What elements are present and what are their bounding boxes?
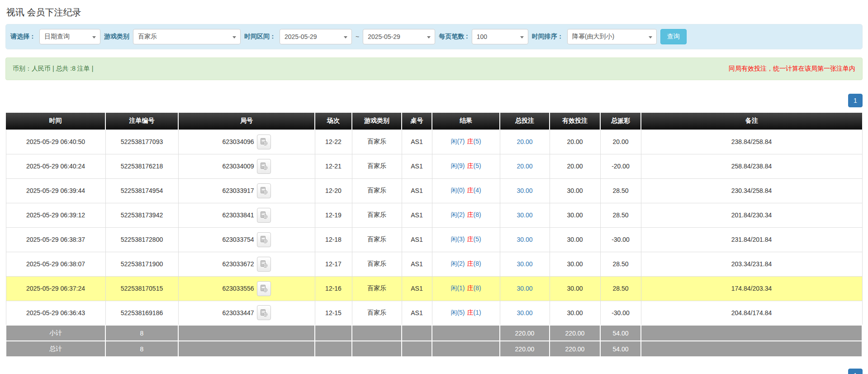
subtotal-total-bet: 220.00	[500, 325, 550, 341]
total-bet-link[interactable]: 30.00	[517, 285, 532, 292]
page-size-value: 100	[477, 33, 487, 40]
cell-table-no: AS1	[402, 301, 432, 325]
cell-time: 2025-05-29 06:37:24	[6, 276, 105, 301]
cell-game-category: 百家乐	[352, 154, 402, 178]
cell-game-category: 百家乐	[352, 227, 402, 252]
cell-time: 2025-05-29 06:40:50	[6, 129, 105, 154]
result-banker: 庄	[467, 187, 474, 194]
video-record-icon	[260, 284, 268, 292]
cell-result: 闲(5)庄(1)	[432, 301, 500, 325]
video-record-button[interactable]	[257, 159, 271, 174]
video-record-button[interactable]	[257, 232, 271, 247]
cell-result: 闲(7)庄(5)	[432, 129, 500, 154]
result-player: 闲(2)	[451, 260, 465, 267]
cell-result: 闲(3)庄(5)	[432, 227, 500, 252]
date-to-value: 2025-05-29	[368, 33, 400, 40]
date-to-select[interactable]: 2025-05-29	[363, 29, 435, 44]
video-record-button[interactable]	[257, 208, 271, 223]
round-id-value: 623033841	[222, 211, 254, 219]
date-range-tilde: ~	[356, 33, 359, 40]
table-row: 2025-05-29 06:37:24 522538170515 6230335…	[6, 276, 862, 301]
total-bet-link[interactable]: 20.00	[517, 138, 532, 145]
cell-remark: 174.84/203.34	[641, 276, 862, 301]
video-record-button[interactable]	[257, 134, 271, 149]
cell-time: 2025-05-29 06:40:24	[6, 154, 105, 178]
video-record-icon	[260, 187, 268, 195]
total-bet-link[interactable]: 30.00	[517, 309, 532, 316]
video-record-button[interactable]	[257, 281, 271, 296]
cell-bet-id: 522538169186	[105, 301, 178, 325]
grand-total-label: 总计	[6, 341, 105, 357]
video-record-button[interactable]	[257, 305, 271, 320]
result-banker-num: (5)	[474, 235, 481, 243]
game-category-select[interactable]: 百家乐	[133, 29, 241, 44]
cell-total-bet: 30.00	[500, 301, 550, 325]
cell-session: 12-17	[315, 252, 352, 276]
grand-total-payout: 54.00	[600, 341, 641, 357]
time-sort-select[interactable]: 降幂(由大到小)	[567, 29, 657, 44]
cell-table-no: AS1	[402, 203, 432, 227]
result-player: 闲(9)	[451, 162, 465, 169]
cell-payout: 20.00	[600, 129, 641, 154]
page-1-button[interactable]: 1	[848, 94, 863, 107]
result-banker: 庄	[467, 211, 474, 218]
cell-game-category: 百家乐	[352, 252, 402, 276]
grand-total-row: 总计 8 220.00 220.00 54.00	[6, 341, 862, 357]
cell-table-no: AS1	[402, 276, 432, 301]
header-remark: 备注	[641, 113, 862, 129]
page-title: 视讯 会员下注纪录	[5, 0, 863, 24]
video-record-button[interactable]	[257, 183, 271, 198]
time-sort-label: 时间排序：	[532, 33, 564, 41]
total-bet-link[interactable]: 30.00	[517, 236, 532, 243]
cell-valid-bet: 30.00	[550, 252, 600, 276]
total-bet-link[interactable]: 30.00	[517, 260, 532, 268]
cell-round-id: 623033447	[178, 301, 315, 325]
cell-session: 12-20	[315, 178, 352, 203]
result-banker: 庄	[467, 260, 474, 267]
result-banker-num: (8)	[474, 260, 481, 267]
cell-bet-id: 522538171900	[105, 252, 178, 276]
table-header: 时间 注单编号 局号 场次 游戏类别 桌号 结果 总投注 有效投注 总派彩 备注	[6, 113, 862, 129]
cell-bet-id: 522538170515	[105, 276, 178, 301]
page-size-select[interactable]: 100	[472, 29, 528, 44]
cell-table-no: AS1	[402, 178, 432, 203]
cell-session: 12-16	[315, 276, 352, 301]
cell-total-bet: 30.00	[500, 178, 550, 203]
page-1-button-bottom[interactable]: 1	[848, 369, 863, 374]
table-body: 2025-05-29 06:40:50 522538177093 6230340…	[6, 129, 862, 325]
cell-game-category: 百家乐	[352, 276, 402, 301]
chevron-down-icon	[649, 36, 652, 38]
result-player: 闲(5)	[451, 309, 465, 316]
total-bet-link[interactable]: 20.00	[517, 163, 532, 170]
result-banker-num: (1)	[474, 309, 481, 316]
table-row: 2025-05-29 06:39:44 522538174954 6230339…	[6, 178, 862, 203]
total-bet-link[interactable]: 30.00	[517, 187, 532, 194]
cell-valid-bet: 20.00	[550, 154, 600, 178]
filter-bar: 请选择： 日期查询 游戏类别 百家乐 时间区间： 2025-05-29 ~ 20…	[6, 24, 862, 49]
cell-remark: 230.34/258.84	[641, 178, 862, 203]
header-time: 时间	[6, 113, 105, 129]
subtotal-valid-bet: 220.00	[550, 325, 600, 341]
pagination-top: 1	[5, 94, 863, 107]
header-bet-id: 注单编号	[105, 113, 178, 129]
query-type-label: 请选择：	[10, 33, 36, 41]
cell-bet-id: 522538172800	[105, 227, 178, 252]
video-record-icon	[260, 138, 268, 146]
total-bet-link[interactable]: 30.00	[517, 211, 532, 219]
search-button[interactable]: 查询	[660, 29, 687, 44]
result-player: 闲(2)	[451, 211, 465, 218]
cell-session: 12-22	[315, 129, 352, 154]
cell-game-category: 百家乐	[352, 301, 402, 325]
video-record-button[interactable]	[257, 257, 271, 272]
cell-remark: 238.84/258.84	[641, 129, 862, 154]
date-from-select[interactable]: 2025-05-29	[280, 29, 352, 44]
video-record-icon	[260, 211, 268, 219]
summary-alert-bar: 币别：人民币 | 总共 :8 注单 | 同局有效投注，统一计算在该局第一张注单内	[5, 58, 863, 80]
cell-payout: 28.50	[600, 252, 641, 276]
cell-total-bet: 20.00	[500, 154, 550, 178]
query-type-select[interactable]: 日期查询	[39, 29, 100, 44]
cell-round-id: 623034009	[178, 154, 315, 178]
cell-result: 闲(1)庄(8)	[432, 276, 500, 301]
grand-total-total-bet: 220.00	[500, 341, 550, 357]
cell-table-no: AS1	[402, 252, 432, 276]
